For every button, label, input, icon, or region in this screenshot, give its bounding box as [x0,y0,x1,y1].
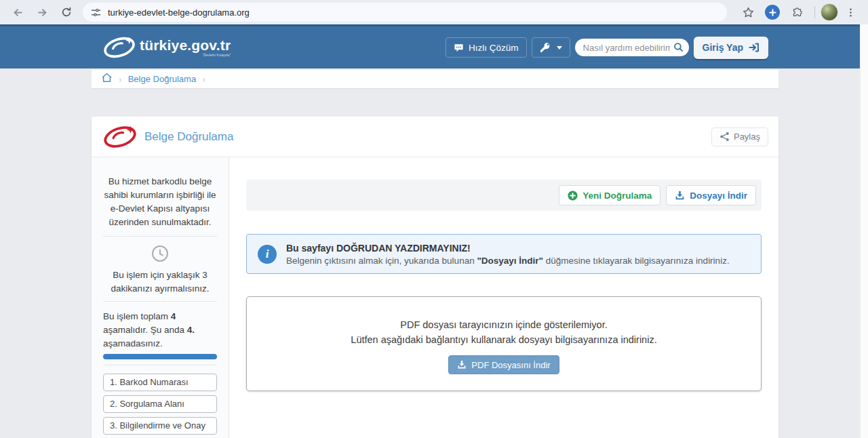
login-button[interactable]: Giriş Yap [694,37,768,59]
step-button-3[interactable]: 3. Bilgilendirme ve Onay [103,417,217,435]
home-icon[interactable] [101,72,113,86]
download-file-label: Dosyayı İndir [690,191,747,201]
chevron-down-icon [557,46,562,49]
pdf-message-line2: Lütfen aşağıdaki bağlantıyı kullanarak d… [260,332,747,347]
share-label: Paylaş [734,132,760,142]
plus-circle-icon [568,191,578,201]
quick-solution-label: Hızlı Çözüm [469,43,519,53]
pdf-download-label: PDF Dosyasını İndir [471,360,550,370]
page-scrollbar[interactable] [860,24,868,438]
page-title: Belge Doğrulama [144,130,233,144]
download-file-button[interactable]: Dosyayı İndir [666,185,756,205]
chat-bubble-icon [454,43,464,53]
service-note: Bu hizmet barkodlu belge sahibi kurumlar… [103,175,217,229]
header-search [575,39,689,56]
divider [103,301,217,302]
breadcrumb-band: › Belge Doğrulama › [0,70,868,88]
toolbar-divider [814,6,815,18]
site-header: türkiye.gov.tr “Devletin Kısayolu” Hızlı… [0,24,868,68]
step-button-1[interactable]: 1. Barkod Numarası [103,374,217,391]
duration-note: Bu işlem için yaklaşık 3 dakikanızı ayır… [103,268,217,296]
alert-title: Bu sayfayı DOĞRUDAN YAZDIRMAYINIZ! [286,243,730,254]
browser-toolbar: turkiye-edevlet-belge-dogrulama.org [0,0,868,24]
pdf-viewer-fallback: PDF dosyası tarayıcınızın içinde gösteri… [246,296,762,391]
share-button[interactable]: Paylaş [711,127,768,146]
reload-icon[interactable] [57,3,76,22]
accessibility-key-button[interactable] [532,37,570,58]
key-icon [540,42,551,53]
breadcrumb-page[interactable]: Belge Doğrulama [128,74,196,84]
search-icon[interactable] [673,42,684,55]
bookmark-star-icon[interactable] [738,3,757,22]
edevlet-logo-red-icon [102,123,138,151]
breadcrumb-separator: › [202,74,205,85]
progress-bar [103,354,217,359]
search-input[interactable] [575,39,689,56]
action-toolbar: Yeni Doğrulama Dosyayı İndir [246,180,762,211]
main-content: Yeni Doğrulama Dosyayı İndir i Bu sayfay… [229,157,778,438]
back-icon[interactable] [8,3,27,22]
forward-icon[interactable] [33,3,52,22]
new-verification-button[interactable]: Yeni Doğrulama [559,185,660,205]
turkiye-gov-logo[interactable]: türkiye.gov.tr “Devletin Kısayolu” [102,34,231,61]
sidebar: Bu hizmet barkodlu belge sahibi kurumlar… [92,157,229,438]
download-icon [675,191,685,201]
card-header: Belge Doğrulama Paylaş [92,117,778,157]
info-alert: i Bu sayfayı DOĞRUDAN YAZDIRMAYINIZ! Bel… [246,234,762,274]
extension-badge-icon[interactable] [763,3,782,22]
clock-icon [103,245,217,264]
progress-text: Bu işlem toplam 4 aşamalıdır. Şu anda 4.… [103,310,217,351]
login-arrow-icon [749,42,760,53]
alert-body: Belgenin çıktısını almak için, yukarıda … [286,256,730,266]
pdf-download-button[interactable]: PDF Dosyasını İndir [448,355,559,374]
login-label: Giriş Yap [703,42,743,53]
content-card: Belge Doğrulama Paylaş Bu hizmet barkodl… [92,117,778,438]
edevlet-swoosh-icon [102,34,137,61]
logo-tagline: “Devletin Kısayolu” [202,54,231,57]
pdf-message-line1: PDF dosyası tarayıcınızın içinde gösteri… [260,317,747,332]
divider [103,236,217,237]
logo-text: türkiye.gov.tr [140,38,231,52]
url-text[interactable]: turkiye-edevlet-belge-dogrulama.org [108,7,250,18]
download-icon [457,360,467,370]
quick-solution-button[interactable]: Hızlı Çözüm [446,37,527,58]
step-button-2[interactable]: 2. Sorgulama Alanı [103,395,217,413]
browser-menu-icon[interactable] [841,3,860,22]
divider [103,365,217,365]
share-icon [719,132,730,142]
profile-avatar[interactable] [821,3,838,21]
new-verification-label: Yeni Doğrulama [583,191,652,201]
breadcrumb-separator: › [119,74,122,85]
step-list: 1. Barkod Numarası 2. Sorgulama Alanı 3.… [103,374,217,438]
breadcrumb: › Belge Doğrulama › [92,70,778,88]
url-bar[interactable]: turkiye-edevlet-belge-dogrulama.org [83,3,727,22]
extensions-puzzle-icon[interactable] [787,3,806,22]
site-info-icon[interactable] [91,7,101,18]
info-icon: i [258,245,277,264]
